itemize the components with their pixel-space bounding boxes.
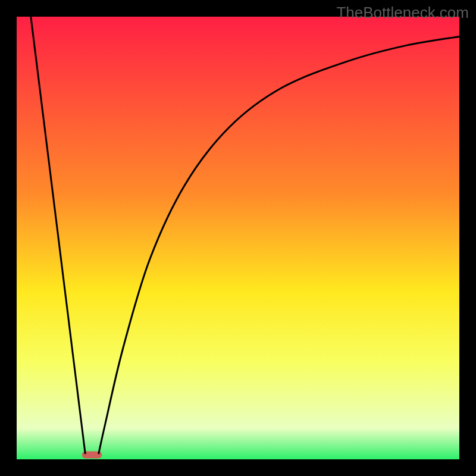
chart-container: TheBottleneck.com [0,0,476,476]
watermark-text: TheBottleneck.com [336,4,469,22]
gradient-background [17,17,459,459]
bottleneck-chart [0,0,476,476]
